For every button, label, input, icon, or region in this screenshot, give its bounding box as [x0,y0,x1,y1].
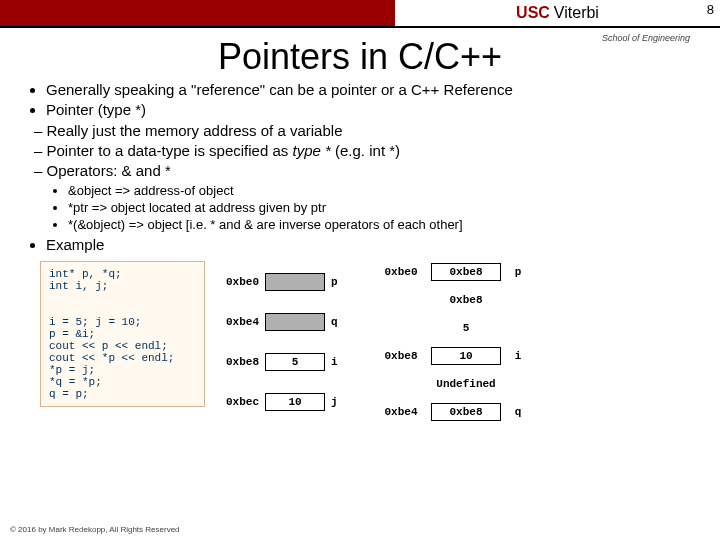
var-label: q [331,316,349,328]
subsub-1: &object => address-of object [68,183,696,198]
header-bar: USC Viterbi [0,0,720,28]
subbullet-2b: type * [293,142,331,159]
var-label: i [509,350,527,362]
mem-cell [265,313,325,331]
subsub-2: *ptr => object located at address given … [68,200,696,215]
memory-table-right: 0xbe0 0xbe8 p 0xbe8 5 0xbe8 10 i Undefin… [379,263,527,421]
mem-cell: 0xbe8 [431,403,501,421]
page-number: 8 [707,2,714,17]
mem-cell: 0xbe8 [431,291,501,309]
diagrams: 0xbe0 p 0xbe4 q 0xbe8 5 i 0xbec 10 j 0xb… [215,261,690,421]
addr: 0xbe8 [215,356,259,368]
var-label: q [509,406,527,418]
var-label: p [331,276,349,288]
mem-cell [265,273,325,291]
mem-cell: Undefined [431,375,501,393]
mem-cell: 5 [431,319,501,337]
memory-table-left: 0xbe0 p 0xbe4 q 0xbe8 5 i 0xbec 10 j [215,263,349,421]
subbullet-2a: Pointer to a data-type is specified as [47,142,293,159]
addr: 0xbe0 [215,276,259,288]
var-label: p [509,266,527,278]
subsub-3: *(&object) => object [i.e. * and & are i… [68,217,696,232]
bullet-2: Pointer (type *) [46,101,696,118]
mem-cell: 0xbe8 [431,263,501,281]
bullet-1: Generally speaking a "reference" can be … [46,81,696,98]
subbullet-1: Really just the memory address of a vari… [52,122,696,139]
addr: 0xbec [215,396,259,408]
addr: 0xbe4 [215,316,259,328]
subbullet-2c: (e.g. int *) [331,142,400,159]
mem-cell: 5 [265,353,325,371]
subbullet-3: Operators: & and * [52,162,696,179]
brand-viterbi: Viterbi [554,4,599,22]
var-label: i [331,356,349,368]
brand-usc: USC [516,4,550,22]
content: Generally speaking a "reference" can be … [0,81,720,421]
mem-cell: 10 [431,347,501,365]
addr: 0xbe8 [379,350,423,362]
addr: 0xbe4 [379,406,423,418]
subbullet-2: Pointer to a data-type is specified as t… [52,142,696,159]
code-box: int* p, *q; int i, j; i = 5; j = 10; p =… [40,261,205,407]
example-row: int* p, *q; int i, j; i = 5; j = 10; p =… [34,261,696,421]
brand-logo: USC Viterbi [395,0,720,26]
bullet-example: Example [46,236,696,253]
header-redblock [0,0,395,26]
var-label: j [331,396,349,408]
footer-copyright: © 2016 by Mark Redekopp, All Rights Rese… [10,525,180,534]
mem-cell: 10 [265,393,325,411]
addr: 0xbe0 [379,266,423,278]
brand-school: School of Engineering [602,33,690,43]
